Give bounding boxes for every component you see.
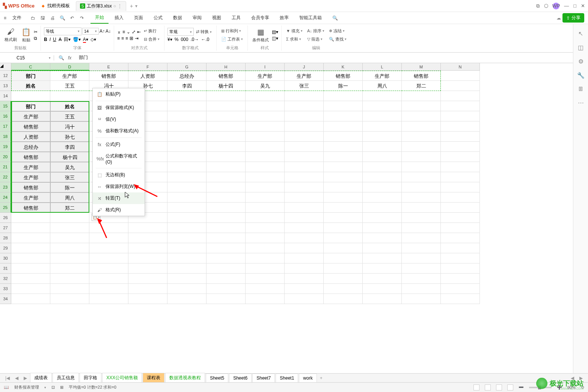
cell-L33[interactable] (363, 284, 402, 294)
sheet-nav-next-icon[interactable]: ▶ (21, 375, 29, 381)
cell-J20[interactable] (285, 152, 324, 162)
copy-icon[interactable]: ⧉ (34, 36, 38, 41)
cell-H15[interactable] (207, 101, 246, 111)
decimal-inc-icon[interactable]: .0→ (190, 37, 199, 42)
col-header-G[interactable]: G (167, 63, 207, 71)
cursor-tool-icon[interactable]: ↖ (578, 30, 583, 37)
cell-K14[interactable] (324, 91, 363, 101)
cell-C19[interactable]: 总经办 (11, 142, 50, 152)
cell-H16[interactable] (207, 111, 246, 121)
sheet-tab-7[interactable]: Sheet6 (229, 374, 252, 383)
tab-menu-icon[interactable]: ○ (113, 3, 116, 9)
cell-I12[interactable]: 生产部 (246, 71, 285, 81)
cell-J32[interactable] (285, 274, 324, 284)
cell-K18[interactable] (324, 132, 363, 142)
cell-I26[interactable] (246, 213, 285, 223)
cell-J13[interactable]: 张三 (285, 81, 324, 91)
cell-I16[interactable] (246, 111, 285, 121)
cell-C24[interactable]: 生产部 (11, 192, 50, 203)
cell-I24[interactable] (246, 192, 285, 203)
cell-C23[interactable]: 销售部 (11, 182, 50, 192)
row-header-15[interactable]: 15 (0, 101, 11, 111)
cell-I21[interactable] (246, 162, 285, 172)
cell-N12[interactable] (441, 71, 480, 81)
cell-D30[interactable] (50, 253, 89, 263)
cell-M21[interactable] (402, 162, 441, 172)
cell-E31[interactable] (89, 263, 128, 274)
file-menu[interactable]: 文件 (9, 13, 24, 23)
row-header-31[interactable]: 31 (0, 263, 11, 274)
align-left-icon[interactable]: ≡ (117, 36, 120, 41)
cell-E28[interactable] (89, 233, 128, 243)
indent-dec-icon[interactable]: ⇤ (137, 29, 141, 35)
table-style-icon[interactable]: ▤▾ (272, 29, 278, 35)
cell-K13[interactable]: 陈一 (324, 81, 363, 91)
workbook-tab[interactable]: S 工作簿3.xlsx ○ ⋮ (76, 1, 126, 11)
avatar[interactable]: WP (553, 3, 559, 9)
filter-button[interactable]: ▽筛选▾ (306, 36, 326, 43)
increase-font-icon[interactable]: A↑ (100, 29, 105, 34)
menu-paste[interactable]: 📋粘贴(P) (93, 88, 145, 100)
menu-keep-source-format[interactable]: 🖼保留源格式(K) (93, 102, 145, 114)
row-header-22[interactable]: 22 (0, 172, 11, 182)
status-lock-icon[interactable]: ⊞ (60, 385, 63, 390)
cell-J27[interactable] (285, 223, 324, 233)
distribute-icon[interactable]: ⊞ (130, 36, 133, 41)
maximize-icon[interactable]: □ (573, 3, 576, 9)
italic-icon[interactable]: I (50, 37, 51, 42)
cell-F28[interactable] (128, 233, 167, 243)
row-header-24[interactable]: 24 (0, 192, 11, 203)
menu-no-border[interactable]: ⬚无边框(B) (93, 169, 145, 181)
cell-N14[interactable] (441, 91, 480, 101)
cell-G29[interactable] (167, 243, 207, 253)
border-icon[interactable]: 田▾ (64, 36, 71, 43)
spreadsheet-grid[interactable]: ◢ CDEFGHIJKLMN 1213141516171819202122232… (0, 63, 588, 359)
cell-I29[interactable] (246, 243, 285, 253)
cell-M28[interactable] (402, 233, 441, 243)
sheet-tab-1[interactable]: 员工信息 (53, 373, 79, 383)
cell-E27[interactable] (89, 223, 128, 233)
undo-icon[interactable]: ↶ (69, 15, 75, 21)
new-tab-button[interactable]: + (130, 3, 133, 9)
col-header-C[interactable]: C (11, 63, 50, 71)
col-header-D[interactable]: D (50, 63, 89, 71)
cell-K17[interactable] (324, 121, 363, 132)
cell-N33[interactable] (441, 284, 480, 294)
cell-F34[interactable] (128, 294, 167, 304)
menu-values[interactable]: ¹²值(V) (93, 114, 145, 125)
cell-K34[interactable] (324, 294, 363, 304)
cell-K24[interactable] (324, 192, 363, 203)
row-header-20[interactable]: 20 (0, 152, 11, 162)
cell-K21[interactable] (324, 162, 363, 172)
cell-D28[interactable] (50, 233, 89, 243)
cell-F27[interactable] (128, 223, 167, 233)
cell-I31[interactable] (246, 263, 285, 274)
col-header-L[interactable]: L (363, 63, 402, 71)
sheet-tab-9[interactable]: Sheet1 (276, 374, 298, 383)
cell-N27[interactable] (441, 223, 480, 233)
cell-N30[interactable] (441, 253, 480, 263)
sheet-tab-10[interactable]: work (299, 374, 317, 383)
cell-M31[interactable] (402, 263, 441, 274)
cell-C30[interactable] (11, 253, 50, 263)
cell-I19[interactable] (246, 142, 285, 152)
cell-D17[interactable]: 冯十 (50, 121, 89, 132)
cond-format-button[interactable]: ▦ 条件格式 (251, 27, 270, 44)
cell-I22[interactable] (246, 172, 285, 182)
cell-G17[interactable] (167, 121, 207, 132)
cell-L20[interactable] (363, 152, 402, 162)
cell-N20[interactable] (441, 152, 480, 162)
cell-C32[interactable] (11, 274, 50, 284)
merge-button[interactable]: ⊟合并▾ (142, 36, 161, 43)
row-header-25[interactable]: 25 (0, 203, 11, 213)
cell-L31[interactable] (363, 263, 402, 274)
cell-D32[interactable] (50, 274, 89, 284)
menu-formulas[interactable]: fx公式(F) (93, 139, 145, 150)
row-header-33[interactable]: 33 (0, 284, 11, 294)
cell-H14[interactable] (207, 91, 246, 101)
cell-L23[interactable] (363, 182, 402, 192)
tab-tools[interactable]: 工具 (227, 12, 245, 23)
zoom-cell-icon[interactable]: 🔍 (59, 55, 64, 61)
template-tab[interactable]: ◆ 找稻壳模板 (37, 1, 74, 11)
tab-smart[interactable]: 智能工具箱 (295, 12, 326, 23)
